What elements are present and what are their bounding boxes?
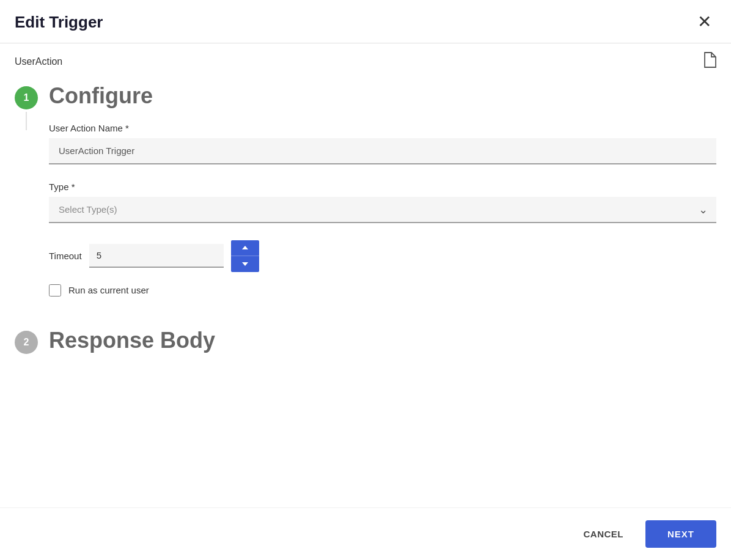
trigger-type-label: UserAction — [15, 56, 62, 67]
step2-title: Response Body — [49, 328, 716, 353]
step1-content: Configure User Action Name * Type * Sele… — [49, 84, 716, 314]
dialog-title: Edit Trigger — [15, 13, 103, 32]
type-select-wrapper: Select Type(s) ⌄ — [49, 197, 716, 223]
dialog-content: 1 Configure User Action Name * Type * Se… — [0, 78, 731, 507]
step2-left: 2 — [15, 328, 38, 354]
spinner-up-icon[interactable] — [231, 240, 259, 257]
run-as-current-user-checkbox[interactable] — [49, 284, 61, 297]
spinner-down-icon[interactable] — [231, 256, 259, 272]
user-action-name-group: User Action Name * — [49, 123, 716, 164]
timeout-spinner[interactable] — [231, 240, 259, 272]
timeout-label: Timeout — [49, 251, 82, 261]
step1-badge: 1 — [15, 86, 38, 109]
dialog-footer: CANCEL NEXT — [0, 507, 731, 560]
type-select[interactable]: Select Type(s) — [49, 197, 716, 223]
cancel-button[interactable]: CANCEL — [571, 521, 636, 547]
step1-section: 1 Configure User Action Name * Type * Se… — [15, 84, 716, 314]
step2-section: 2 Response Body — [15, 328, 716, 367]
run-as-current-user-row: Run as current user — [49, 284, 716, 297]
type-label: Type * — [49, 182, 716, 192]
step1-title: Configure — [49, 84, 716, 108]
step1-connector — [26, 112, 27, 130]
step1-left: 1 — [15, 84, 38, 130]
user-action-name-label: User Action Name * — [49, 123, 716, 133]
step2-content: Response Body — [49, 328, 716, 367]
run-as-current-user-label: Run as current user — [68, 285, 149, 295]
next-button[interactable]: NEXT — [645, 520, 716, 548]
doc-icon[interactable] — [703, 52, 716, 72]
dialog-header: Edit Trigger ✕ — [0, 0, 731, 43]
user-action-name-input[interactable] — [49, 138, 716, 164]
timeout-row: Timeout — [49, 240, 716, 272]
close-button[interactable]: ✕ — [692, 11, 716, 33]
subheader: UserAction — [0, 43, 731, 78]
type-group: Type * Select Type(s) ⌄ — [49, 182, 716, 223]
timeout-input[interactable] — [89, 244, 224, 268]
step2-badge: 2 — [15, 331, 38, 354]
